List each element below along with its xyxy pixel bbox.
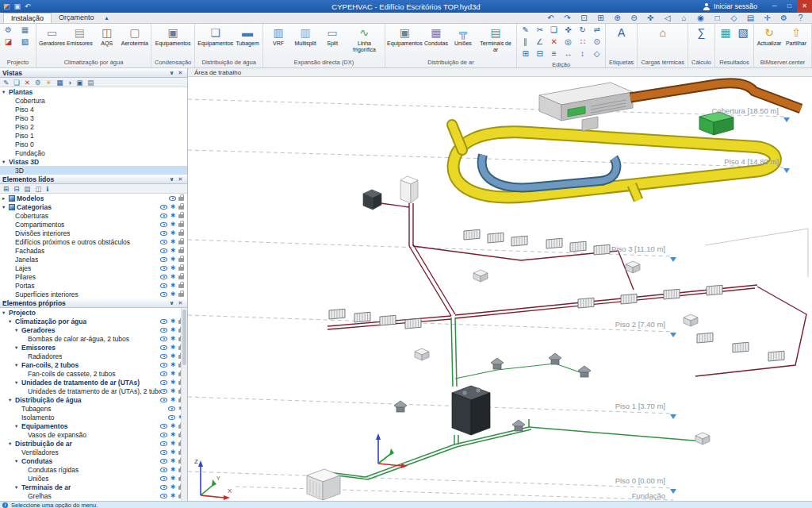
visibility-eye-icon[interactable] <box>160 257 167 262</box>
expander-icon[interactable]: ▾ <box>15 362 21 368</box>
lock-icon[interactable] <box>178 232 184 236</box>
collapse-all-icon[interactable]: ⊟ <box>13 184 19 194</box>
move-button[interactable]: ✜ <box>561 25 575 37</box>
tree-item-3d[interactable]: 3D <box>0 166 187 175</box>
climatizacao-por-agua-aqs-button[interactable]: ◫AQS <box>94 25 121 47</box>
info-icon[interactable]: ℹ <box>46 184 48 194</box>
delete-view-icon[interactable]: ✕ <box>25 78 30 87</box>
ungroup-button[interactable]: ⊟ <box>533 48 546 60</box>
tree-item-tubagens[interactable]: Tubagens∗ <box>0 404 187 413</box>
tree-item-cobertura[interactable]: Cobertura <box>0 96 187 105</box>
condensacao-equipamentos-button[interactable]: ▣Equipamentos <box>155 25 192 47</box>
tree-item-piso-3[interactable]: Piso 3 <box>0 114 187 122</box>
settings-asterisk-icon[interactable]: ∗ <box>170 220 176 229</box>
visibility-eye-icon[interactable] <box>169 196 176 201</box>
distribuicao-de-ar-terminais-de-ar-button[interactable]: ▤Terminais de ar <box>477 25 515 52</box>
settings-asterisk-icon[interactable]: ∗ <box>170 456 176 465</box>
settings-asterisk-icon[interactable]: ∗ <box>170 211 176 220</box>
cype-logo-icon[interactable]: ◩ <box>3 0 10 13</box>
close-button[interactable]: ✕ <box>797 0 812 13</box>
help-icon[interactable]: ? <box>792 13 809 24</box>
expander-icon[interactable]: ▾ <box>15 458 21 464</box>
show-all-icon[interactable]: ▤ <box>24 184 30 194</box>
expander-icon[interactable]: ▾ <box>15 423 21 429</box>
settings-asterisk-icon[interactable]: ∗ <box>170 272 176 281</box>
drawings-button[interactable]: ▧ <box>734 25 752 40</box>
align-button[interactable]: ≡ <box>547 48 561 60</box>
settings-asterisk-icon[interactable]: ∗ <box>170 421 176 430</box>
lock-icon[interactable] <box>178 293 184 297</box>
tree-item-unidades-de-tratamento-de-ar-utas-2-tubos[interactable]: Unidades de tratamento de ar (UTAs), 2 t… <box>0 387 187 395</box>
settings-asterisk-icon[interactable]: ∗ <box>170 491 176 500</box>
settings-asterisk-icon[interactable]: ∗ <box>170 360 176 369</box>
visibility-eye-icon[interactable] <box>160 240 167 244</box>
visibility-eye-icon[interactable] <box>160 468 167 472</box>
tree-item-condutas[interactable]: ▾Condutas∗ <box>0 456 187 465</box>
settings-asterisk-icon[interactable]: ∗ <box>170 387 176 395</box>
visibility-eye-icon[interactable] <box>160 389 167 394</box>
panel-collapse-button[interactable]: ∨ <box>167 176 176 183</box>
project-options-button[interactable]: ▦ <box>18 25 32 37</box>
tree-item-superficies-interiores[interactable]: Superfícies interiores∗ <box>0 290 187 298</box>
settings-asterisk-icon[interactable]: ∗ <box>170 439 176 448</box>
expander-icon[interactable]: ▾ <box>15 344 21 351</box>
expansao-directa-dx-vrf-button[interactable]: ▥VRF <box>265 25 292 47</box>
climatizacao-por-agua-aerotermia-button[interactable]: ▢Aerotermia <box>121 25 149 47</box>
panel-collapse-button[interactable]: ∨ <box>167 300 176 306</box>
visibility-eye-icon[interactable] <box>160 433 167 437</box>
previous-view-icon[interactable]: ◁ <box>659 13 676 24</box>
tree-item-piso-0[interactable]: Piso 0 <box>0 140 187 148</box>
zoom-window-icon[interactable]: ⊡ <box>576 13 592 24</box>
visibility-eye-icon[interactable] <box>160 476 167 481</box>
tree-item-bombas-de-calor-ar-agua-2-tubos[interactable]: Bombas de calor ar-água, 2 tubos∗ <box>0 334 187 343</box>
lock-icon[interactable] <box>178 249 184 253</box>
distribuicao-de-agua-equipamentos-button[interactable]: ❏Equipamentos <box>197 25 234 47</box>
sun-icon[interactable]: ☀ <box>46 78 52 87</box>
visibility-eye-icon[interactable] <box>160 380 167 385</box>
redo-icon[interactable]: ↷ <box>559 13 576 24</box>
tree-item-pilares[interactable]: Pilares∗ <box>0 272 187 281</box>
tree-item-lajes[interactable]: Lajes∗ <box>0 264 187 272</box>
trim-button[interactable]: ✂ <box>533 25 546 37</box>
visibility-eye-icon[interactable] <box>160 214 167 218</box>
tree-item-condutas-rigidas[interactable]: Condutas rígidas∗ <box>0 465 187 474</box>
lock-icon[interactable] <box>178 197 184 201</box>
expander-icon[interactable]: ▾ <box>9 318 15 325</box>
iso-view-icon[interactable]: ◇ <box>726 13 742 24</box>
thermal-loads-button[interactable]: ⌂ <box>654 25 672 40</box>
tree-item-geradores[interactable]: ▾Geradores∗ <box>0 325 187 334</box>
project-report-button[interactable]: ▧ <box>18 37 32 48</box>
tree-item-emissores[interactable]: ▾Emissores∗ <box>0 343 187 352</box>
cype-modules-button[interactable]: ◪ <box>2 37 15 48</box>
visibility-eye-icon[interactable] <box>160 354 167 359</box>
tree-item-radiadores[interactable]: Radiadores∗ <box>0 352 187 360</box>
expander-icon[interactable]: ▾ <box>9 397 15 403</box>
tree-item-vasos-de-expansao[interactable]: Vasos de expansão∗ <box>0 430 187 439</box>
visibility-eye-icon[interactable] <box>160 266 167 271</box>
lock-icon[interactable] <box>178 241 184 244</box>
tree-item-piso-1[interactable]: Piso 1 <box>0 131 187 140</box>
tree-item-unioes[interactable]: Uniões∗ <box>0 474 187 483</box>
settings-asterisk-icon[interactable]: ∗ <box>170 465 176 474</box>
tree-item-equipamentos[interactable]: ▾Equipamentos∗ <box>0 421 187 430</box>
tree-item-projecto[interactable]: ▾Projecto <box>0 308 187 317</box>
snap-button[interactable]: ⊙ <box>590 37 603 48</box>
tree-item-janelas[interactable]: Janelas∗ <box>0 255 187 264</box>
lock-icon[interactable] <box>178 214 184 218</box>
pin-ribbon-icon[interactable]: ▴ <box>102 13 113 23</box>
visibility-eye-icon[interactable] <box>160 205 167 210</box>
settings-asterisk-icon[interactable]: ∗ <box>170 281 176 290</box>
textures-icon[interactable]: ▦ <box>56 78 63 87</box>
expansao-directa-dx-multisplit-button[interactable]: ▥Multisplit <box>292 25 319 47</box>
settings-asterisk-icon[interactable]: ∗ <box>170 474 176 483</box>
settings-asterisk-icon[interactable]: ∗ <box>170 352 176 360</box>
tree-item-categorias[interactable]: ▾Categorias∗ <box>0 202 187 211</box>
lock-icon[interactable] <box>178 206 184 210</box>
visibility-eye-icon[interactable] <box>160 459 167 464</box>
settings-asterisk-icon[interactable]: ∗ <box>170 334 176 343</box>
settings-asterisk-icon[interactable]: ∗ <box>170 246 176 255</box>
settings-asterisk-icon[interactable]: ∗ <box>170 378 176 387</box>
expander-icon[interactable]: ▾ <box>2 89 9 95</box>
tree-item-edificios-proximos-e-outros-obstaculos[interactable]: Edifícios próximos e outros obstáculos∗ <box>0 237 187 246</box>
view-config-icon[interactable]: ⚙ <box>35 78 41 87</box>
